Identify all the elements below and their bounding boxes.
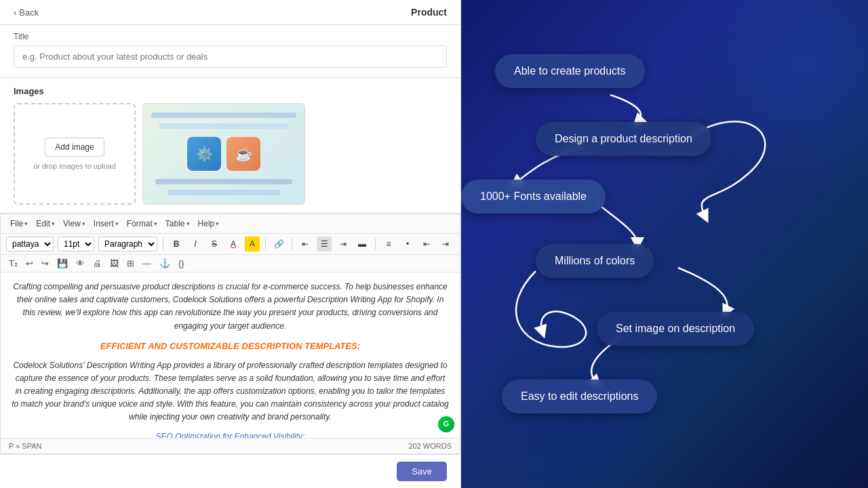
menu-format[interactable]: Format ▾: [123, 218, 161, 230]
grammarly-button[interactable]: G: [438, 416, 454, 432]
menu-edit[interactable]: Edit ▾: [32, 218, 59, 230]
bold-button[interactable]: B: [169, 237, 184, 251]
back-label: Back: [19, 7, 39, 18]
link-button[interactable]: 🔗: [271, 237, 286, 251]
feature-label-image: Set image on description: [616, 323, 735, 334]
anchor-button[interactable]: ⚓: [157, 257, 173, 270]
menu-file[interactable]: File ▾: [6, 218, 32, 230]
feature-label-create: Able to create products: [514, 65, 626, 77]
menu-help[interactable]: Help ▾: [194, 218, 224, 230]
editor-footer: P » SPAN 202 WORDS: [1, 438, 460, 453]
editor-format-bar: pattaya 11pt Paragraph B I S A A 🔗 ⇤ ☰ ⇥…: [1, 234, 460, 255]
feature-label-fonts: 1000+ Fonts available: [480, 190, 587, 202]
right-panel: Able to create products Design a product…: [461, 0, 868, 488]
table-button[interactable]: ⊞: [124, 257, 137, 270]
preview-image-inner: ⚙️ ☕: [143, 104, 304, 204]
title-section: Title: [0, 25, 460, 78]
images-label: Images: [14, 86, 447, 96]
preview-button[interactable]: 👁: [73, 257, 87, 270]
panel-footer: Save: [0, 454, 460, 488]
content-paragraph-2: Codelock Solutions' Description Writing …: [12, 359, 449, 424]
page-title: Product: [411, 7, 447, 18]
images-section: Images Add image or drop images to uploa…: [0, 78, 460, 214]
outdent-button[interactable]: ⇤: [419, 237, 434, 251]
preview-bar-3: [155, 179, 292, 184]
left-panel: ‹ Back Product Title Images Add image or…: [0, 0, 461, 488]
content-heading: Efficient and Customizable Description T…: [12, 340, 449, 354]
list-unordered-button[interactable]: •: [400, 237, 415, 251]
help-caret: ▾: [216, 220, 219, 227]
separator-3: [292, 238, 292, 250]
align-right-button[interactable]: ⇥: [336, 237, 351, 251]
editor-section: File ▾ Edit ▾ View ▾ Insert ▾ Format ▾ T…: [0, 214, 460, 454]
preview-icon-gear: ⚙️: [187, 137, 221, 171]
feature-label-design: Design a product description: [555, 133, 692, 144]
edit-caret: ▾: [52, 220, 55, 227]
title-label: Title: [14, 32, 447, 41]
menu-insert[interactable]: Insert ▾: [90, 218, 123, 230]
content-subheading: SEO Optimization for Enhanced Visibility…: [12, 430, 449, 438]
editor-content[interactable]: Crafting compelling and persuasive produ…: [1, 272, 460, 438]
menu-table[interactable]: Table ▾: [161, 218, 194, 230]
word-count: 202 WORDS: [408, 442, 452, 450]
editor-path: P » SPAN: [9, 442, 42, 450]
save-draft-button[interactable]: 💾: [54, 257, 71, 270]
print-button[interactable]: 🖨: [90, 257, 104, 270]
add-image-button[interactable]: Add image: [45, 138, 104, 157]
menu-view[interactable]: View ▾: [59, 218, 90, 230]
editor-extra-bar: T₂ ↩ ↪ 💾 👁 🖨 🖼 ⊞ — ⚓ {}: [1, 255, 460, 272]
paragraph-select[interactable]: Paragraph: [98, 237, 157, 251]
drop-text: or drop images to upload: [33, 162, 116, 170]
horizontal-rule-button[interactable]: —: [140, 257, 154, 270]
panel-header: ‹ Back Product: [0, 0, 460, 25]
back-button[interactable]: ‹ Back: [14, 7, 39, 18]
feature-pill-edit: Easy to edit descriptions: [502, 380, 657, 413]
separator-4: [375, 238, 376, 250]
preview-bar-1: [151, 113, 296, 118]
feature-pill-create: Able to create products: [495, 54, 645, 88]
preview-bar-2: [159, 123, 288, 129]
redo-button[interactable]: ↪: [39, 257, 52, 270]
align-center-button[interactable]: ☰: [317, 237, 332, 251]
feature-pill-fonts: 1000+ Fonts available: [461, 180, 606, 214]
format-caret: ▾: [154, 220, 157, 227]
align-left-button[interactable]: ⇤: [298, 237, 313, 251]
feature-pill-design: Design a product description: [536, 122, 711, 156]
indent-button[interactable]: ⇥: [438, 237, 453, 251]
view-caret: ▾: [82, 220, 85, 227]
separator-1: [163, 238, 163, 250]
preview-icons-row: ⚙️ ☕: [187, 137, 260, 171]
content-paragraph-1: Crafting compelling and persuasive produ…: [12, 281, 449, 333]
preview-icon-coffee: ☕: [226, 137, 260, 171]
separator-2: [265, 238, 266, 250]
code-button[interactable]: {}: [176, 257, 187, 270]
table-caret: ▾: [186, 220, 190, 227]
preview-image: ⚙️ ☕: [142, 103, 305, 205]
features-container: Able to create products Design a product…: [461, 0, 868, 488]
font-color-button[interactable]: A: [226, 237, 241, 251]
toolbar-menu: File ▾ Edit ▾ View ▾ Insert ▾ Format ▾ T…: [6, 218, 223, 230]
save-button[interactable]: Save: [397, 462, 447, 481]
upload-box[interactable]: Add image or drop images to upload: [14, 103, 136, 205]
back-chevron: ‹: [14, 7, 16, 18]
highlight-button[interactable]: A: [245, 237, 260, 251]
size-select[interactable]: 11pt: [58, 237, 94, 251]
title-input[interactable]: [14, 45, 447, 68]
insert-caret: ▾: [115, 220, 119, 227]
undo-button[interactable]: ↩: [23, 257, 36, 270]
preview-bar-4: [167, 190, 281, 195]
editor-menu-bar: File ▾ Edit ▾ View ▾ Insert ▾ Format ▾ T…: [1, 214, 460, 234]
font-select[interactable]: pattaya: [6, 237, 54, 251]
list-ordered-button[interactable]: ≡: [381, 237, 396, 251]
insert-image-button[interactable]: 🖼: [107, 257, 121, 270]
italic-button[interactable]: I: [188, 237, 203, 251]
align-justify-button[interactable]: ▬: [355, 237, 370, 251]
strikethrough-button[interactable]: S: [207, 237, 222, 251]
file-caret: ▾: [24, 220, 28, 227]
feature-pill-image: Set image on description: [597, 312, 754, 346]
images-row: Add image or drop images to upload ⚙️ ☕: [14, 103, 447, 205]
subscript-button[interactable]: T₂: [6, 257, 20, 270]
feature-pill-colors: Millions of colors: [536, 244, 654, 278]
feature-label-edit: Easy to edit descriptions: [521, 390, 638, 402]
feature-label-colors: Millions of colors: [555, 255, 635, 266]
